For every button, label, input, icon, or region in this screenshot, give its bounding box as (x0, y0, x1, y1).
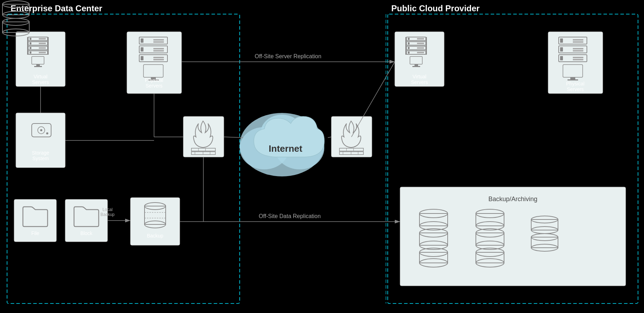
public-cloud-label: Public Cloud Provider (391, 4, 480, 13)
svg-rect-79 (573, 41, 583, 43)
svg-rect-87 (573, 59, 583, 60)
firewall-left-to-internet (224, 137, 243, 138)
svg-rect-7 (30, 47, 31, 49)
physical-servers-cloud-label2: Servers (567, 86, 584, 92)
storage-system-label: Storage (32, 150, 49, 156)
svg-rect-61 (417, 38, 424, 40)
diagram-container: Enterprise Data Center Public Cloud Prov… (0, 0, 644, 313)
firewall-right-to-virtual (351, 62, 395, 137)
virtual-servers-cloud-label2: Servers (411, 79, 428, 85)
svg-rect-4 (30, 42, 31, 44)
svg-rect-5 (39, 43, 46, 44)
physical-servers-local-label2: Servers (146, 83, 162, 89)
svg-rect-2 (39, 38, 46, 40)
svg-rect-22 (141, 47, 143, 52)
svg-rect-60 (408, 38, 410, 40)
svg-rect-8 (39, 47, 46, 49)
svg-rect-81 (560, 47, 563, 52)
enterprise-label: Enterprise Data Center (11, 4, 102, 13)
physical-servers-cloud-label: Physical (566, 81, 584, 86)
svg-rect-26 (141, 56, 143, 60)
svg-rect-78 (573, 39, 583, 41)
physical-servers-local-label: Physical (145, 77, 163, 83)
internet-to-firewall-right (328, 137, 331, 138)
svg-rect-18 (141, 38, 143, 43)
storage-system-label2: System (32, 156, 49, 161)
backup-archiving-label: Backup/Archiving (488, 195, 537, 203)
svg-rect-15 (36, 64, 40, 66)
local-backup-label: Local (103, 207, 113, 212)
server-replication-label: Off-Site Server Replication (254, 53, 321, 59)
svg-rect-66 (408, 47, 410, 49)
block-label: Block (80, 230, 93, 236)
svg-rect-71 (405, 37, 406, 55)
svg-point-35 (46, 132, 48, 134)
local-backup-label2: Backup (100, 212, 115, 217)
svg-rect-23 (153, 48, 164, 49)
svg-rect-20 (153, 41, 164, 43)
svg-rect-119 (2, 22, 29, 32)
svg-rect-86 (573, 57, 583, 58)
virtual-servers-local-label2: Servers (32, 79, 49, 85)
backup-local-label: Backup (147, 233, 164, 239)
svg-rect-90 (568, 79, 578, 80)
svg-point-34 (40, 129, 42, 131)
svg-rect-74 (415, 64, 418, 66)
svg-rect-77 (560, 38, 563, 43)
svg-rect-10 (30, 52, 31, 54)
svg-rect-24 (153, 50, 164, 52)
svg-rect-75 (412, 66, 420, 67)
virtual-servers-local-label: Virtual (33, 74, 47, 79)
svg-rect-64 (417, 43, 424, 44)
svg-rect-13 (48, 37, 49, 55)
internet-label: Internet (269, 143, 302, 154)
file-label: File (31, 230, 39, 236)
svg-rect-69 (408, 52, 410, 54)
svg-rect-72 (426, 37, 427, 55)
svg-rect-82 (573, 48, 583, 49)
svg-rect-1 (30, 38, 31, 40)
svg-rect-89 (570, 77, 575, 79)
svg-rect-19 (153, 39, 164, 41)
svg-rect-28 (153, 59, 164, 60)
svg-rect-67 (417, 47, 424, 49)
virtual-servers-cloud-label: Virtual (412, 74, 426, 79)
svg-rect-85 (560, 56, 563, 60)
svg-rect-12 (27, 37, 28, 55)
svg-rect-63 (408, 42, 410, 44)
svg-rect-83 (573, 50, 583, 52)
svg-rect-16 (34, 66, 42, 67)
svg-rect-27 (153, 57, 164, 58)
svg-rect-70 (417, 52, 424, 53)
svg-rect-11 (39, 52, 46, 53)
data-replication-label: Off-Site Data Replication (259, 213, 321, 219)
